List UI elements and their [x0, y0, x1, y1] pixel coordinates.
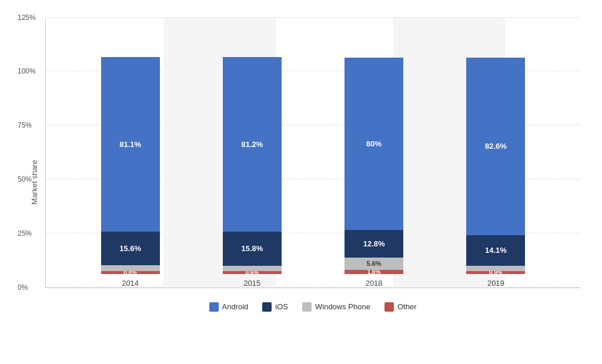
- chart-area: 0% 25% 50% 75% 100% 125% 0.8%: [45, 18, 580, 288]
- bar-android-2019: 82.6%: [466, 58, 525, 236]
- bar-other-2014: 0.8%: [101, 271, 160, 274]
- x-label-2015: 2015: [243, 279, 260, 288]
- gridline-label-0: 0%: [18, 283, 28, 292]
- bar-android-label-2018: 80%: [366, 139, 382, 148]
- bar-stack-2014: 0.8% 15.6% 81.1%: [101, 58, 160, 274]
- bar-stack-2019: 0.9% 14.1% 82.6%: [466, 58, 525, 274]
- gridline-label-50: 50%: [18, 175, 32, 183]
- legend-windows: Windows Phone: [302, 302, 370, 312]
- bar-group-2014: 0.8% 15.6% 81.1% 2014: [92, 58, 169, 288]
- bar-ios-2019: 14.1%: [466, 235, 525, 266]
- bar-ios-label-2019: 14.1%: [485, 246, 507, 255]
- bar-ios-label-2018: 12.8%: [363, 239, 385, 248]
- bar-windows-2015: [223, 266, 282, 271]
- bar-stack-2018: 1.6% 5.6% 12.8% 80%: [345, 58, 403, 274]
- bar-android-2018: 80%: [345, 58, 403, 231]
- chart-container: Market share 0% 25% 50% 75% 100% 125%: [4, 6, 598, 359]
- legend-label-windows: Windows Phone: [315, 302, 370, 311]
- bar-group-2015: 0.6% 15.8% 81.2% 2015: [214, 58, 290, 288]
- bar-other-2019: 0.9%: [466, 271, 525, 274]
- bar-windows-2018: 5.6%: [345, 258, 403, 270]
- legend-swatch-android: [209, 302, 219, 312]
- bar-ios-label-2014: 15.6%: [119, 244, 141, 253]
- bar-windows-2019: [466, 266, 525, 271]
- chart-legend: Android iOS Windows Phone Other: [45, 302, 580, 312]
- bar-android-2014: 81.1%: [101, 57, 160, 232]
- legend-android: Android: [209, 302, 249, 312]
- legend-ios: iOS: [262, 302, 288, 312]
- legend-label-other: Other: [397, 302, 417, 311]
- bar-windows-2014: [101, 265, 160, 271]
- legend-swatch-other: [384, 302, 394, 312]
- bar-ios-2018: 12.8%: [345, 230, 403, 258]
- legend-label-android: Android: [222, 302, 249, 311]
- legend-swatch-ios: [262, 302, 272, 312]
- bars-area: 0.8% 15.6% 81.1% 2014: [46, 18, 580, 288]
- bar-android-2015: 81.2%: [223, 57, 282, 232]
- bar-ios-2014: 15.6%: [101, 232, 160, 265]
- legend-label-ios: iOS: [275, 302, 288, 311]
- bar-windows-label-2018: 5.6%: [367, 260, 382, 267]
- gridline-label-100: 100%: [18, 67, 36, 75]
- bar-android-label-2015: 81.2%: [241, 140, 263, 149]
- legend-swatch-windows: [302, 302, 312, 312]
- gridline-label-75: 75%: [18, 121, 32, 129]
- bar-ios-2015: 15.8%: [223, 232, 282, 266]
- bar-group-2019: 0.9% 14.1% 82.6% 2019: [457, 58, 534, 288]
- x-label-2018: 2018: [366, 279, 383, 288]
- bar-other-2018: 1.6%: [345, 270, 403, 274]
- x-label-2014: 2014: [122, 279, 139, 288]
- bar-ios-label-2015: 15.8%: [241, 244, 263, 253]
- x-label-2019: 2019: [487, 279, 504, 288]
- bar-android-label-2019: 82.6%: [485, 142, 507, 151]
- gridline-label-25: 25%: [18, 229, 32, 238]
- bar-group-2018: 1.6% 5.6% 12.8% 80% 2018: [336, 58, 412, 288]
- gridline-label-125: 125%: [18, 14, 36, 22]
- legend-other: Other: [384, 302, 417, 312]
- bar-other-2015: 0.6%: [223, 271, 282, 274]
- bar-stack-2015: 0.6% 15.8% 81.2%: [223, 58, 282, 274]
- bar-android-label-2014: 81.1%: [119, 140, 141, 149]
